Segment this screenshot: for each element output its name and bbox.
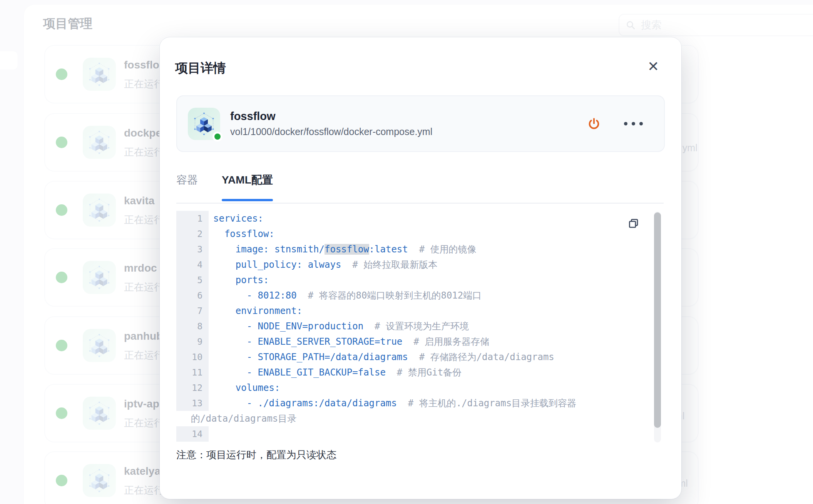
close-icon[interactable]: ✕ [644, 57, 662, 76]
tab-divider [176, 203, 664, 204]
project-name: fossflow [230, 110, 432, 123]
line-content: - NODE_ENV=production # 设置环境为生产环境 [209, 319, 469, 334]
code-line: 7 environment: [176, 303, 664, 319]
copy-button[interactable] [626, 216, 641, 232]
code-line-wrap: 的/data/diagrams目录 [176, 411, 664, 426]
line-content: - ENABLE_GIT_BACKUP=false # 禁用Git备份 [209, 365, 462, 380]
modal-title: 项目详情 [175, 60, 226, 77]
line-number: 12 [176, 380, 209, 396]
tab-containers[interactable]: 容器 [176, 173, 198, 201]
code-line: 2 fossflow: [176, 226, 664, 242]
code-line: 5 ports: [176, 272, 664, 288]
line-number: 9 [176, 334, 209, 349]
code-line: 9 - ENABLE_SERVER_STORAGE=true # 启用服务器存储 [176, 334, 664, 349]
more-options-button[interactable] [625, 115, 642, 132]
project-app-icon [188, 108, 220, 140]
code-line: 4 pull_policy: always # 始终拉取最新版本 [176, 257, 664, 272]
code-line: 13 - ./diagrams:/data/diagrams # 将主机的./d… [176, 396, 664, 411]
project-compose-path: vol1/1000/docker/fossflow/docker-compose… [230, 126, 432, 137]
line-number: 5 [176, 272, 209, 288]
detail-tabs: 容器YAML配置 [176, 173, 273, 201]
line-number: 3 [176, 242, 209, 257]
line-content: environment: [209, 303, 302, 319]
line-number: 10 [176, 349, 209, 365]
power-button[interactable] [585, 115, 602, 132]
line-number: 7 [176, 303, 209, 319]
line-content: - ENABLE_SERVER_STORAGE=true # 启用服务器存储 [209, 334, 489, 349]
line-content: ports: [209, 272, 269, 288]
line-number: 1 [176, 211, 209, 226]
editor-scrollbar-thumb[interactable] [654, 212, 661, 428]
tab-yaml-config[interactable]: YAML配置 [222, 173, 273, 201]
line-content [209, 426, 213, 442]
project-actions [585, 115, 642, 132]
project-summary-text: fossflow vol1/1000/docker/fossflow/docke… [230, 110, 432, 137]
code-line: 3 image: stnsmith/fossflow:latest # 使用的镜… [176, 242, 664, 257]
line-number: 13 [176, 396, 209, 411]
line-content: - ./diagrams:/data/diagrams # 将主机的./diag… [209, 396, 576, 411]
code-line: 6 - 8012:80 # 将容器的80端口映射到主机的8012端口 [176, 288, 664, 303]
line-number: 11 [176, 365, 209, 380]
line-content: pull_policy: always # 始终拉取最新版本 [209, 257, 437, 272]
line-content: - 8012:80 # 将容器的80端口映射到主机的8012端口 [209, 288, 482, 303]
line-content: fossflow: [209, 226, 274, 242]
project-details-modal: 项目详情 ✕ fossflow vol1/1000/docker/fossflo… [160, 37, 681, 499]
code-line: 14 [176, 426, 664, 442]
code-line: 12 volumes: [176, 380, 664, 396]
project-summary-card: fossflow vol1/1000/docker/fossflow/docke… [176, 95, 665, 152]
copy-icon [627, 217, 640, 230]
code-line: 11 - ENABLE_GIT_BACKUP=false # 禁用Git备份 [176, 365, 664, 380]
line-number: 8 [176, 319, 209, 334]
code-line: 8 - NODE_ENV=production # 设置环境为生产环境 [176, 319, 664, 334]
line-content: image: stnsmith/fossflow:latest # 使用的镜像 [209, 242, 477, 257]
running-status-dot [212, 132, 222, 142]
readonly-note: 注意：项目运行时，配置为只读状态 [176, 448, 336, 462]
line-content: volumes: [209, 380, 280, 396]
yaml-editor: 1services:2 fossflow:3 image: stnsmith/f… [176, 211, 664, 443]
code-line: 10 - STORAGE_PATH=/data/diagrams # 存储路径为… [176, 349, 664, 365]
line-number: 2 [176, 226, 209, 242]
line-number: 6 [176, 288, 209, 303]
code-line: 1services: [176, 211, 664, 226]
power-icon [587, 117, 601, 131]
app-screen: 项目管理 fossflow正在运行dockpeek正在运行kavita正在运行m… [0, 0, 813, 504]
line-content: - STORAGE_PATH=/data/diagrams # 存储路径为/da… [209, 349, 554, 365]
line-content: services: [209, 211, 263, 226]
line-number: 14 [176, 426, 209, 442]
ellipsis-icon [624, 122, 643, 125]
line-number: 4 [176, 257, 209, 272]
